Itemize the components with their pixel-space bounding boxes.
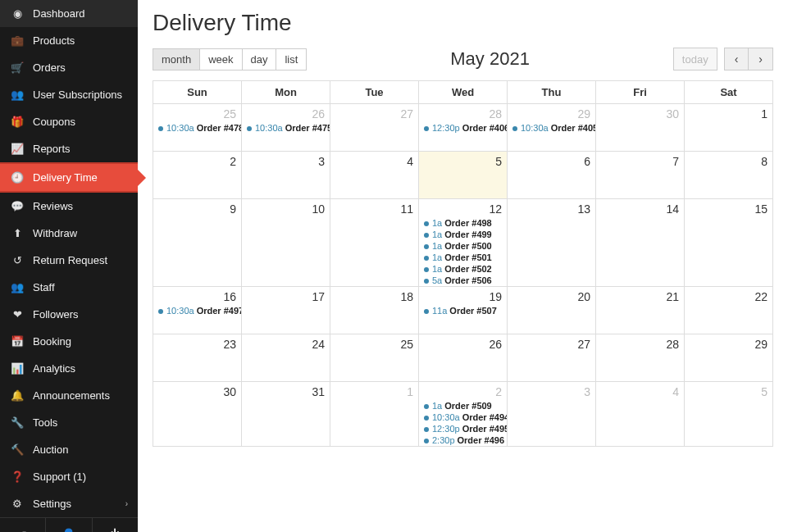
calendar-event[interactable]: 10:30aOrder #497 [153,305,241,316]
sidebar-item-settings[interactable]: ⚙Settings› [0,490,138,517]
sidebar-item-reviews[interactable]: 💬Reviews [0,193,138,220]
sidebar-item-announcements[interactable]: 🔔Announcements [0,382,138,409]
calendar-event[interactable]: 12:30pOrder #495 [419,423,507,434]
calendar-day-cell[interactable]: 13 [508,199,596,287]
calendar-event[interactable]: 2:30pOrder #496 [419,434,507,446]
calendar-day-cell[interactable]: 121aOrder #4981aOrder #4991aOrder #5001a… [419,199,508,287]
calendar-day-cell[interactable]: 21 [596,287,685,334]
view-list-button[interactable]: list [276,48,307,70]
calendar-day-cell[interactable]: 26 [419,334,508,382]
calendar-event[interactable]: 10:30aOrder #478 [153,122,241,134]
calendar-day-cell[interactable]: 3 [242,152,330,199]
day-number: 28 [419,104,507,122]
sidebar-item-reports[interactable]: 📈Reports [0,135,138,162]
calendar-event[interactable]: 1aOrder #501 [419,252,507,263]
calendar-day-cell[interactable]: 23 [153,334,242,382]
calendar-event[interactable]: 10:30aOrder #475 [242,122,330,134]
calendar-day-cell[interactable]: 5 [419,152,508,199]
sidebar-item-auction[interactable]: 🔨Auction [0,436,138,463]
sidebar-item-delivery-time[interactable]: 🕘Delivery Time [0,162,138,193]
calendar-day-cell[interactable]: 8 [685,152,773,199]
calendar-day-cell[interactable]: 1911aOrder #507 [419,287,508,334]
sidebar-item-withdraw[interactable]: ⬆Withdraw [0,220,138,247]
calendar-day-cell[interactable]: 9 [153,199,242,287]
calendar-day-cell[interactable]: 14 [596,199,685,287]
event-time: 12:30p [432,123,460,133]
calendar-event[interactable]: 12:30pOrder #406 [419,122,507,134]
calendar-day-cell[interactable]: 24 [242,334,330,382]
calendar-day-cell[interactable]: 2 [153,152,242,199]
calendar-day-cell[interactable]: 27 [330,104,419,152]
calendar-day-cell[interactable]: 2510:30aOrder #478 [153,104,242,152]
calendar-event[interactable]: 1aOrder #509 [419,400,507,412]
calendar-day-cell[interactable]: 1610:30aOrder #497 [153,287,242,334]
sidebar-item-tools[interactable]: 🔧Tools [0,409,138,436]
calendar-day-cell[interactable]: 2610:30aOrder #475 [242,104,330,152]
event-time: 10:30a [255,123,283,133]
calendar-day-cell[interactable]: 15 [685,199,773,287]
calendar-day-cell[interactable]: 27 [508,334,596,382]
view-week-button[interactable]: week [200,48,242,70]
calendar-day-cell[interactable]: 20 [508,287,596,334]
next-button[interactable]: › [749,48,773,70]
sidebar-item-booking[interactable]: 📅Booking [0,328,138,355]
day-number: 22 [685,287,772,305]
today-button[interactable]: today [673,48,717,70]
sidebar-item-products[interactable]: 💼Products [0,27,138,54]
view-day-button[interactable]: day [243,48,277,70]
sidebar-item-label: Dashboard [33,7,85,20]
view-month-button[interactable]: month [153,48,200,70]
calendar-day-cell[interactable]: 2910:30aOrder #405 [508,104,596,152]
prev-button[interactable]: ‹ [724,48,749,70]
sidebar-item-user-subscriptions[interactable]: 👥User Subscriptions [0,81,138,108]
sidebar-item-support-1-[interactable]: ❓Support (1) [0,463,138,490]
calendar-day-cell[interactable]: 17 [242,287,330,334]
calendar-event[interactable]: 1aOrder #500 [419,240,507,252]
event-title: Order #497 [197,306,241,316]
sidebar-item-orders[interactable]: 🛒Orders [0,54,138,81]
sidebar-item-staff[interactable]: 👥Staff [0,274,138,301]
calendar-day-cell[interactable]: 11 [330,199,419,287]
calendar-event[interactable]: 11aOrder #507 [419,305,507,316]
user-icon[interactable]: 👤 [45,518,91,532]
calendar-event[interactable]: 10:30aOrder #494 [419,412,507,423]
calendar-day-cell[interactable]: 4 [596,382,685,447]
event-title: Order #506 [444,275,491,285]
calendar-day-cell[interactable]: 30 [596,104,685,152]
calendar-day-cell[interactable]: 4 [330,152,419,199]
calendar-event[interactable]: 1aOrder #502 [419,263,507,275]
sidebar-item-followers[interactable]: ❤Followers [0,301,138,328]
day-number: 15 [685,199,772,217]
calendar-day-cell[interactable]: 10 [242,199,330,287]
calendar-day-cell[interactable]: 1 [685,104,773,152]
calendar-day-cell[interactable]: 30 [153,382,242,447]
calendar-day-cell[interactable]: 29 [685,334,773,382]
dow-header: Sun [153,81,242,104]
calendar-event[interactable]: 1aOrder #499 [419,229,507,240]
event-dot-icon [247,126,252,131]
calendar-day-cell[interactable]: 31 [242,382,330,447]
calendar-day-cell[interactable]: 3 [508,382,596,447]
calendar-event[interactable]: 5aOrder #506 [419,275,507,286]
calendar-day-cell[interactable]: 28 [596,334,685,382]
sidebar-item-coupons[interactable]: 🎁Coupons [0,108,138,135]
calendar-day-cell[interactable]: 1 [330,382,419,447]
sidebar-item-return-request[interactable]: ↺Return Request [0,247,138,274]
calendar-day-cell[interactable]: 2812:30pOrder #406 [419,104,508,152]
calendar-day-cell[interactable]: 21aOrder #50910:30aOrder #49412:30pOrder… [419,382,508,447]
calendar-day-cell[interactable]: 22 [685,287,773,334]
sidebar-item-dashboard[interactable]: ◉Dashboard [0,0,138,27]
calendar-event[interactable]: 10:30aOrder #405 [508,122,595,134]
calendar-day-cell[interactable]: 18 [330,287,419,334]
reviews-icon: 💬 [10,200,25,212]
sidebar-item-analytics[interactable]: 📊Analytics [0,355,138,382]
calendar-event[interactable]: 1aOrder #498 [419,217,507,229]
power-icon[interactable]: ⏻ [92,518,138,532]
calendar-day-cell[interactable]: 25 [330,334,419,382]
external-link-icon[interactable]: ↗ [0,518,45,532]
event-title: Order #502 [444,264,491,274]
calendar-day-cell[interactable]: 5 [685,382,773,447]
calendar-day-cell[interactable]: 6 [508,152,596,199]
calendar-day-cell[interactable]: 7 [596,152,685,199]
event-time: 1a [432,252,442,262]
